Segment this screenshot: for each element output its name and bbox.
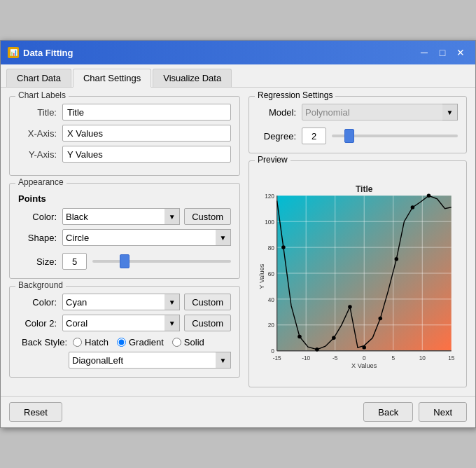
solid-radio[interactable] <box>172 338 181 347</box>
title-bar-left: 📊 Data Fitting <box>8 47 74 58</box>
app-icon: 📊 <box>8 47 19 58</box>
maximize-button[interactable]: □ <box>435 45 450 60</box>
appearance-group: Appearance Points Color: Black Red Blue … <box>9 183 240 279</box>
x-tick-5: 5 <box>391 355 395 362</box>
solid-radio-label: Solid <box>184 337 204 347</box>
bg-color-select-wrapper: Cyan Red Blue ▼ <box>62 294 180 310</box>
regression-group-label: Regression Settings <box>255 90 335 100</box>
data-point-5 <box>348 305 352 309</box>
tab-chart-settings[interactable]: Chart Settings <box>73 69 151 88</box>
model-select-wrapper: Polynomial ▼ <box>302 104 458 121</box>
degree-slider-container <box>332 129 458 143</box>
shape-select[interactable]: Circle Square Triangle <box>62 229 231 246</box>
left-panel: Chart Labels Title: X-Axis: Y-Axis: Appe… <box>9 96 240 387</box>
appearance-group-label: Appearance <box>15 177 66 187</box>
gradient-radio-label: Gradient <box>129 337 164 347</box>
bg-color2-custom-button[interactable]: Custom <box>184 315 231 331</box>
x-tick-neg15: -15 <box>273 355 281 362</box>
data-point-6 <box>362 345 366 350</box>
hatch-radio-item[interactable]: Hatch <box>73 337 108 347</box>
x-tick-0: 0 <box>363 355 366 362</box>
degree-input[interactable] <box>302 128 326 144</box>
background-group-label: Background <box>15 280 66 290</box>
title-label: Title: <box>18 107 57 118</box>
preview-chart: -15 -10 -5 0 5 10 15 0 20 40 60 80 100 <box>258 168 458 378</box>
main-window: 📊 Data Fitting ─ □ ✕ Chart Data Chart Se… <box>0 40 476 428</box>
bg-color2-row: Color 2: Coral Red Blue ▼ Custom <box>18 315 231 331</box>
data-point-1 <box>281 245 286 249</box>
yaxis-input[interactable] <box>62 146 231 163</box>
bg-color2-select-wrapper: Coral Red Blue ▼ <box>62 315 180 331</box>
color-row: Color: Black Red Blue ▼ Custom <box>18 208 231 225</box>
right-panel: Regression Settings Model: Polynomial ▼ … <box>248 96 467 387</box>
x-tick-neg5: -5 <box>332 355 338 362</box>
x-tick-neg10: -10 <box>302 355 310 362</box>
size-slider[interactable] <box>92 260 231 263</box>
bg-color2-select[interactable]: Coral Red Blue <box>62 315 180 331</box>
backstyle-row: Back Style: Hatch Gradient Solid <box>18 337 231 347</box>
chart-labels-group-label: Chart Labels <box>15 90 69 100</box>
window-title: Data Fitting <box>23 48 74 58</box>
gradient-radio[interactable] <box>117 338 126 347</box>
chart-title: Title <box>356 184 373 194</box>
x-tick-15: 15 <box>448 355 455 362</box>
shape-row: Shape: Circle Square Triangle ▼ <box>18 229 231 246</box>
size-input[interactable] <box>62 253 87 270</box>
color-select-wrapper: Black Red Blue ▼ <box>62 208 180 225</box>
data-point-10 <box>427 194 431 198</box>
title-input[interactable] <box>62 104 231 121</box>
hatch-radio[interactable] <box>73 338 82 347</box>
data-point-4 <box>332 336 336 340</box>
yaxis-label: Y-Axis: <box>18 149 57 160</box>
bg-color-select[interactable]: Cyan Red Blue <box>62 294 180 310</box>
size-slider-container <box>92 254 231 268</box>
y-tick-120: 120 <box>265 193 274 200</box>
main-content: Chart Labels Title: X-Axis: Y-Axis: Appe… <box>1 88 475 396</box>
xaxis-input[interactable] <box>62 125 231 142</box>
minimize-button[interactable]: ─ <box>416 45 432 60</box>
color-custom-button[interactable]: Custom <box>184 208 231 225</box>
reset-button[interactable]: Reset <box>9 402 62 422</box>
bg-color-custom-button[interactable]: Custom <box>184 294 231 310</box>
backstyle-radio-group: Hatch Gradient Solid <box>73 337 204 347</box>
hatch-radio-label: Hatch <box>85 337 108 347</box>
y-axis-label: Y Values <box>258 263 265 289</box>
model-select[interactable]: Polynomial <box>302 104 458 121</box>
points-label: Points <box>18 193 231 204</box>
solid-radio-item[interactable]: Solid <box>172 337 204 347</box>
y-tick-20: 20 <box>268 322 275 329</box>
y-tick-100: 100 <box>265 219 274 226</box>
model-label: Model: <box>258 107 296 118</box>
background-group: Background Color: Cyan Red Blue ▼ Custom <box>9 286 240 378</box>
title-row: Title: <box>18 104 231 121</box>
y-tick-0: 0 <box>271 347 274 355</box>
tab-visualize-data[interactable]: Visualize Data <box>153 69 232 87</box>
size-label: Size: <box>18 256 57 267</box>
backstyle-label: Back Style: <box>18 337 67 347</box>
bg-color2-label: Color 2: <box>18 318 57 329</box>
preview-group: Preview <box>248 160 467 387</box>
color-select[interactable]: Black Red Blue <box>62 208 180 225</box>
gradient-select-wrapper: DiagonalLeft DiagonalRight Horizontal Ve… <box>69 352 231 369</box>
preview-group-label: Preview <box>255 155 290 165</box>
title-bar-controls: ─ □ ✕ <box>416 45 468 60</box>
regression-group: Regression Settings Model: Polynomial ▼ … <box>248 96 467 153</box>
tab-bar: Chart Data Chart Settings Visualize Data <box>1 64 475 88</box>
gradient-select-row: DiagonalLeft DiagonalRight Horizontal Ve… <box>18 352 231 369</box>
chart-area: -15 -10 -5 0 5 10 15 0 20 40 60 80 100 <box>258 168 458 378</box>
footer: Reset Back Next <box>1 396 475 427</box>
gradient-select[interactable]: DiagonalLeft DiagonalRight Horizontal Ve… <box>69 352 231 369</box>
bg-color-label: Color: <box>18 297 57 308</box>
degree-row: Degree: <box>258 128 458 144</box>
x-axis-label: X Values <box>351 362 377 369</box>
tab-chart-data[interactable]: Chart Data <box>6 69 71 87</box>
back-button[interactable]: Back <box>363 402 413 422</box>
next-button[interactable]: Next <box>419 402 467 422</box>
color-label: Color: <box>18 212 57 222</box>
size-row: Size: <box>18 253 231 270</box>
close-button[interactable]: ✕ <box>453 45 468 60</box>
xaxis-row: X-Axis: <box>18 125 231 142</box>
gradient-radio-item[interactable]: Gradient <box>117 337 164 347</box>
degree-slider[interactable] <box>332 135 458 137</box>
title-bar: 📊 Data Fitting ─ □ ✕ <box>1 41 475 64</box>
